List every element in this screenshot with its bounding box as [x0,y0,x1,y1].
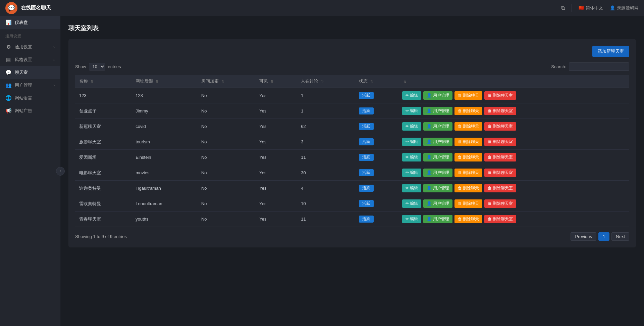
action-buttons: ✏ 编辑 👤 用户管理 🗑 删除聊天 🗑 删除聊天室 [402,91,625,100]
sidebar-item-general-settings[interactable]: ⚙ 通用设置 › [0,41,60,53]
cell-visible: Yes [255,119,297,134]
sidebar-toggle[interactable]: ‹ [56,167,65,176]
cell-slug: Jimmy [131,103,197,119]
table-row: 创业点子 Jimmy No Yes 1 活跃 ✏ 编辑 👤 用户管理 🗑 删除聊… [75,103,629,119]
mute-button[interactable]: 🗑 删除聊天 [454,138,482,146]
sidebar-item-ads[interactable]: 📢 网站广告 [0,104,60,117]
user-label: 亲测源码网 [617,5,639,11]
pagination-info: Showing 1 to 9 of 9 entries [75,234,127,239]
table-row: 青春聊天室 youths No Yes 11 活跃 ✏ 编辑 👤 用户管理 🗑 … [75,212,629,227]
sidebar-item-language[interactable]: 🌐 网站语言 [0,92,60,104]
sort-icon-visible[interactable]: ⇅ [271,80,273,83]
edit-button[interactable]: ✏ 编辑 [402,107,421,115]
sort-icon-slug[interactable]: ⇅ [156,80,158,83]
user-manage-button[interactable]: 👤 用户管理 [423,199,452,208]
edit-button[interactable]: ✏ 编辑 [402,153,421,161]
user-icon: 👤 [610,5,615,10]
mute-button[interactable]: 🗑 删除聊天 [454,184,482,192]
cell-visible: Yes [255,88,297,103]
delete-button[interactable]: 🗑 删除聊天室 [484,122,516,131]
next-page-button[interactable]: Next [611,232,629,241]
cell-actions: ✏ 编辑 👤 用户管理 🗑 删除聊天 🗑 删除聊天室 [398,196,629,212]
lang-selector[interactable]: 🇨🇳 简体中文 [579,5,603,11]
user-manage-button[interactable]: 👤 用户管理 [423,169,452,177]
entries-select[interactable]: 10 25 50 [89,63,105,71]
cell-encrypted: No [197,165,255,181]
edit-button[interactable]: ✏ 编辑 [402,91,421,100]
col-status: 状态 ⇅ [355,75,398,88]
sort-icon-discussing[interactable]: ⇅ [321,80,324,83]
layout: 📊 仪表盘 通用设置 ⚙ 通用设置 › ▤ 风格设置 › 💬 聊天室 👥 用户管… [0,16,644,326]
mute-button[interactable]: 🗑 删除聊天 [454,91,482,100]
sidebar-item-user-management[interactable]: 👥 用户管理 › [0,79,60,92]
user-manage-button[interactable]: 👤 用户管理 [423,215,452,223]
user-manage-button[interactable]: 👤 用户管理 [423,153,452,161]
mute-button[interactable]: 🗑 删除聊天 [454,153,482,161]
entries-label: entries [108,64,121,69]
page-1-button[interactable]: 1 [598,232,609,241]
user-manage-button[interactable]: 👤 用户管理 [423,122,452,131]
ads-icon: 📢 [5,108,11,114]
topbar-right: ⧉ 🇨🇳 简体中文 👤 亲测源码网 [561,4,639,12]
col-slug: 网址后缀 ⇅ [131,75,197,88]
external-link-icon[interactable]: ⧉ [561,5,565,11]
user-manage-button[interactable]: 👤 用户管理 [423,184,452,192]
arrow-icon-users: › [53,83,55,87]
card-top: 添加新聊天室 [75,46,629,57]
sidebar-label-ads: 网站广告 [15,108,32,114]
page-title: 聊天室列表 [68,24,636,32]
mute-button[interactable]: 🗑 删除聊天 [454,215,482,223]
edit-button[interactable]: ✏ 编辑 [402,184,421,192]
cell-encrypted: No [197,181,255,196]
sidebar-item-chatroom[interactable]: 💬 聊天室 [0,66,60,79]
action-buttons: ✏ 编辑 👤 用户管理 🗑 删除聊天 🗑 删除聊天室 [402,215,625,223]
prev-page-button[interactable]: Previous [571,232,596,241]
mute-button[interactable]: 🗑 删除聊天 [454,107,482,115]
edit-button[interactable]: ✏ 编辑 [402,169,421,177]
action-buttons: ✏ 编辑 👤 用户管理 🗑 删除聊天 🗑 删除聊天室 [402,199,625,208]
mute-button[interactable]: 🗑 删除聊天 [454,169,482,177]
sort-icon-status[interactable]: ⇅ [370,80,373,83]
cell-status: 活跃 [355,103,398,119]
user-manage-button[interactable]: 👤 用户管理 [423,138,452,146]
delete-button[interactable]: 🗑 删除聊天室 [484,153,516,161]
user-menu[interactable]: 👤 亲测源码网 [610,5,639,11]
col-visible: 可见 ⇅ [255,75,297,88]
cell-encrypted: No [197,196,255,212]
mute-button[interactable]: 🗑 删除聊天 [454,199,482,208]
delete-button[interactable]: 🗑 删除聊天室 [484,91,516,100]
edit-button[interactable]: ✏ 编辑 [402,199,421,208]
cell-name: 电影聊天室 [75,165,131,181]
cell-slug: Lenoultraman [131,196,197,212]
sidebar-item-dashboard[interactable]: 📊 仪表盘 [0,16,60,29]
status-badge: 活跃 [359,200,374,207]
cell-name: 新冠聊天室 [75,119,131,134]
edit-button[interactable]: ✏ 编辑 [402,138,421,146]
edit-button[interactable]: ✏ 编辑 [402,122,421,131]
delete-button[interactable]: 🗑 删除聊天室 [484,215,516,223]
sort-icon-encrypted[interactable]: ⇅ [221,80,224,83]
mute-button[interactable]: 🗑 删除聊天 [454,122,482,131]
sidebar-item-style-settings[interactable]: ▤ 风格设置 › [0,53,60,66]
col-actions: ⇅ [398,75,629,88]
cell-discussing: 1 [297,88,355,103]
user-manage-button[interactable]: 👤 用户管理 [423,91,452,100]
edit-button[interactable]: ✏ 编辑 [402,215,421,223]
table-row: 旅游聊天室 tourism No Yes 3 活跃 ✏ 编辑 👤 用户管理 🗑 … [75,134,629,150]
sort-icon-name[interactable]: ⇅ [91,80,93,83]
user-manage-button[interactable]: 👤 用户管理 [423,107,452,115]
cell-discussing: 10 [297,196,355,212]
delete-button[interactable]: 🗑 删除聊天室 [484,169,516,177]
table-row: 电影聊天室 movies No Yes 30 活跃 ✏ 编辑 👤 用户管理 🗑 … [75,165,629,181]
delete-button[interactable]: 🗑 删除聊天室 [484,199,516,208]
cell-slug: movies [131,165,197,181]
sort-icon-actions[interactable]: ⇅ [404,80,406,84]
chat-icon: 💬 [5,69,11,76]
add-chatroom-button[interactable]: 添加新聊天室 [592,46,629,57]
delete-button[interactable]: 🗑 删除聊天室 [484,107,516,115]
delete-button[interactable]: 🗑 删除聊天室 [484,184,516,192]
search-input[interactable] [569,62,629,71]
delete-button[interactable]: 🗑 删除聊天室 [484,138,516,146]
cell-name: 青春聊天室 [75,212,131,227]
cell-encrypted: No [197,134,255,150]
